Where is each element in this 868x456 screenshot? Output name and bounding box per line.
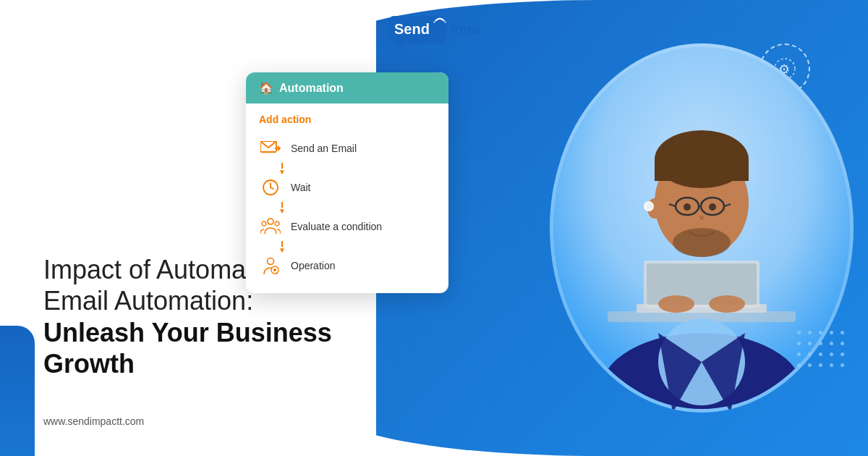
left-blue-accent: [0, 326, 35, 456]
wait-label: Wait: [291, 182, 310, 193]
evaluate-label: Evaluate a condition: [291, 221, 382, 232]
svg-rect-17: [655, 159, 749, 181]
svg-text:Send: Send: [394, 21, 430, 37]
automation-panel: 🏠 Automation Add action Send an Email: [246, 72, 448, 293]
panel-title: Automation: [279, 82, 344, 95]
clock-icon-svg: [262, 179, 279, 196]
svg-point-39: [268, 219, 273, 224]
panel-item-send-email[interactable]: Send an Email: [259, 137, 435, 160]
logo-area: Send impactt: [0, 14, 868, 52]
add-action-label: Add action: [259, 114, 435, 125]
logo-svg: Send impactt: [387, 14, 481, 49]
operation-label: Operation: [291, 260, 335, 271]
svg-marker-1: [397, 43, 406, 49]
svg-line-38: [271, 187, 273, 189]
svg-point-40: [262, 221, 266, 226]
headline-line3: Unleash Your Business: [43, 317, 340, 348]
evaluate-icon-svg: [260, 218, 281, 235]
svg-point-41: [275, 221, 279, 226]
headline-line4: Growth: [43, 348, 340, 379]
panel-item-wait[interactable]: Wait: [259, 176, 435, 199]
decorative-dots-bottom-right: [797, 331, 846, 369]
send-email-label: Send an Email: [291, 143, 357, 154]
operation-icon-svg: [261, 256, 280, 275]
panel-body: Add action Send an Email ▼: [246, 104, 448, 293]
operation-icon: [259, 254, 282, 277]
wait-icon: [259, 176, 282, 199]
connector-3: ▼: [259, 241, 435, 254]
home-icon: 🏠: [259, 81, 273, 95]
svg-text:impactt: impactt: [451, 21, 481, 37]
logo: Send impactt: [387, 14, 481, 52]
svg-point-33: [709, 295, 745, 313]
panel-item-evaluate[interactable]: Evaluate a condition: [259, 215, 435, 238]
svg-point-42: [268, 258, 274, 265]
connector-1: ▼: [259, 163, 435, 176]
svg-point-44: [273, 269, 276, 271]
panel-item-operation[interactable]: Operation: [259, 254, 435, 277]
website-url: www.sendimpactt.com: [43, 415, 340, 427]
svg-point-24: [684, 203, 691, 211]
svg-point-32: [658, 295, 694, 313]
svg-point-18: [673, 228, 731, 257]
svg-point-28: [646, 203, 652, 209]
send-email-icon: [259, 137, 282, 160]
email-icon-svg: [260, 141, 281, 156]
evaluate-icon: [259, 215, 282, 238]
connector-2: ▼: [259, 202, 435, 215]
svg-point-25: [709, 203, 716, 211]
page-container: Send impactt Impact of Automated Email A…: [0, 0, 868, 456]
panel-header: 🏠 Automation: [246, 72, 448, 104]
